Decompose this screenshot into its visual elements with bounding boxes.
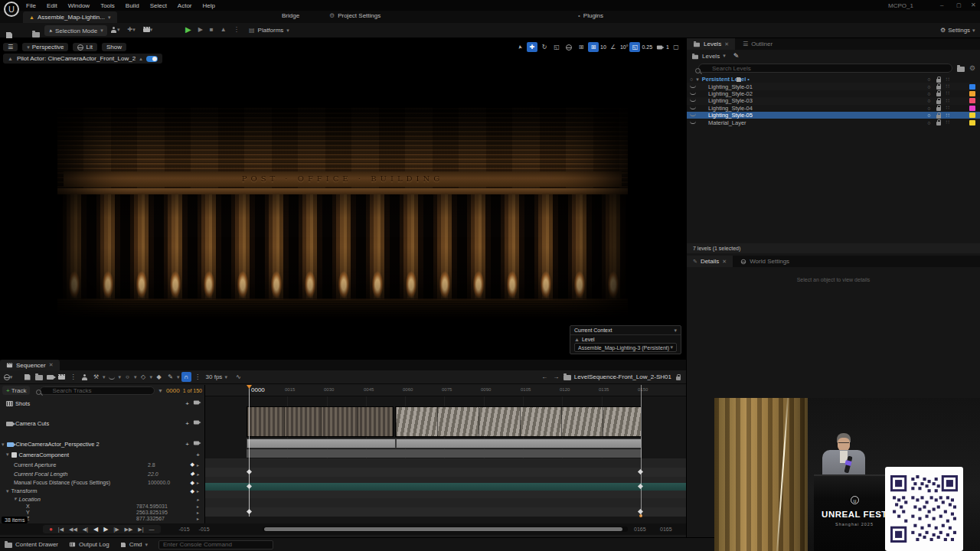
- playhead[interactable]: [249, 385, 250, 517]
- tab-sequencer[interactable]: Sequencer ✕: [0, 360, 60, 370]
- close-icon[interactable]: ✕: [722, 259, 727, 265]
- levels-settings-gear-icon[interactable]: ⚙: [969, 64, 975, 72]
- viewport-menu-icon[interactable]: ☰: [3, 43, 18, 51]
- menu-file[interactable]: File: [26, 2, 36, 9]
- level-color-swatch[interactable]: [969, 120, 975, 126]
- shot-clip-1[interactable]: [247, 406, 394, 437]
- levels-dropdown-button[interactable]: Levels ▾: [691, 53, 726, 60]
- view-options-icon[interactable]: [107, 372, 117, 382]
- level-color-swatch[interactable]: [969, 98, 975, 103]
- menu-actor[interactable]: Actor: [178, 2, 192, 9]
- move-tool-icon[interactable]: ✚: [527, 42, 537, 52]
- content-browser-icon[interactable]: [32, 32, 40, 37]
- camera-speed-value[interactable]: 1: [666, 44, 669, 50]
- grid-snap-value[interactable]: 10: [600, 44, 606, 50]
- close-icon[interactable]: ✕: [724, 41, 729, 47]
- track-manual-focus-distance[interactable]: Manual Focus Distance (Focus Settings)10…: [0, 478, 204, 487]
- cinematics-button[interactable]: ▾: [143, 27, 153, 33]
- render-movie-icon[interactable]: [45, 372, 55, 382]
- lock-icon[interactable]: [936, 79, 941, 83]
- context-level-dropdown[interactable]: Assemble_Map-Lighting-3 (Persistent) ▾: [574, 343, 677, 352]
- nav-back-icon[interactable]: ←: [540, 372, 550, 382]
- edit-mode-icon[interactable]: ✎: [165, 372, 175, 382]
- track-location-z[interactable]: Z877.332567 ▸: [0, 515, 204, 521]
- show-dropdown[interactable]: Show: [102, 43, 126, 51]
- lit-dropdown[interactable]: Lit: [73, 43, 96, 51]
- level-row-persistent[interactable]: ○ ▾ Persistent Level • ○∷: [687, 76, 980, 83]
- keying-options-icon[interactable]: ○: [122, 372, 132, 382]
- add-actor-button[interactable]: ▾: [111, 27, 120, 33]
- level-row[interactable]: Lighting_Style-02 ○∷: [687, 90, 980, 97]
- fps-dropdown[interactable]: 30 fps▾: [206, 373, 227, 380]
- world-space-icon[interactable]: [564, 42, 574, 52]
- tab-levels[interactable]: Levels ✕: [687, 38, 735, 50]
- level-row[interactable]: Lighting_Style-01 ○∷: [687, 83, 980, 90]
- pilot-actor-bar[interactable]: ▲ Pilot Actor: CineCameraActor_Front_Low…: [3, 54, 162, 64]
- add-level-folder-icon[interactable]: [957, 67, 965, 72]
- blueprints-button[interactable]: ✚▾: [128, 26, 136, 33]
- eye-closed-icon[interactable]: [690, 84, 696, 88]
- eye-icon[interactable]: ○: [690, 77, 693, 82]
- prev-keyframe-button[interactable]: ◀◀: [69, 527, 77, 533]
- stop-button[interactable]: ■: [210, 26, 214, 33]
- save-icon[interactable]: [6, 32, 12, 38]
- edit-level-icon[interactable]: ✎: [733, 52, 740, 60]
- snap-magnet-icon[interactable]: ∩: [181, 372, 191, 382]
- to-end-button[interactable]: ▶|: [138, 527, 143, 533]
- project-settings-button[interactable]: ⚙ Project Settings: [329, 12, 381, 19]
- track-shots[interactable]: Shots +: [0, 399, 204, 409]
- plugins-button[interactable]: • Plugins: [578, 12, 603, 19]
- pilot-toggle[interactable]: [146, 56, 158, 62]
- record-button[interactable]: ●: [49, 526, 53, 533]
- level-row[interactable]: Lighting_Style-03 ○∷: [687, 97, 980, 104]
- track-transform[interactable]: ▾Transform ◆▸: [0, 487, 204, 495]
- track-current-focal-length[interactable]: Current Focal Length22.0 ◆▸: [0, 469, 204, 478]
- tab-outliner[interactable]: ☰ Outliner: [737, 38, 779, 50]
- play-options-kebab[interactable]: ⋮: [234, 26, 240, 33]
- track-location-x[interactable]: X7874.595031 ▸: [0, 503, 204, 509]
- select-tool-icon[interactable]: ➤: [514, 41, 525, 53]
- loop-button[interactable]: —: [149, 527, 155, 532]
- camera-lock-icon[interactable]: [673, 372, 683, 382]
- output-log-button[interactable]: Output Log: [69, 541, 109, 548]
- maximize-viewport-icon[interactable]: ▢: [671, 42, 681, 52]
- scale-tool-icon[interactable]: ◱: [551, 42, 562, 52]
- keyframe-row-location[interactable]: [205, 507, 686, 517]
- rotate-tool-icon[interactable]: ↻: [539, 42, 550, 52]
- level-color-swatch[interactable]: [969, 112, 975, 118]
- eject-button[interactable]: ▲: [220, 26, 227, 33]
- working-range-end[interactable]: 0165: [634, 527, 646, 532]
- bridge-button[interactable]: Bridge: [282, 12, 299, 19]
- tab-world-settings[interactable]: World Settings: [734, 256, 795, 267]
- view-range-start[interactable]: -015: [179, 527, 190, 532]
- chevron-down-icon[interactable]: ▾: [674, 328, 677, 334]
- working-range-start[interactable]: -015: [199, 527, 210, 532]
- play-forward-button[interactable]: ▶: [103, 526, 108, 533]
- timeline-ruler[interactable]: 0000 0015 0030 0045 0060 0075 0090 0105 …: [205, 385, 686, 396]
- track-location[interactable]: ▾Location ▸: [0, 495, 204, 503]
- cmd-dropdown[interactable]: Cmd ▾: [120, 541, 148, 548]
- filter-funnel-icon[interactable]: ▼: [158, 388, 163, 393]
- menu-select[interactable]: Select: [150, 2, 167, 9]
- view-range-end[interactable]: 0165: [660, 527, 672, 532]
- track-camera-cuts[interactable]: Camera Cuts +: [0, 419, 204, 429]
- keyframe-row-aperture[interactable]: [205, 468, 686, 477]
- kebab-icon[interactable]: ⋮: [68, 372, 78, 382]
- viewport[interactable]: POST · OFFICE · BUILDING ☰ ▾Perspective …: [0, 38, 686, 360]
- tab-details[interactable]: ✎ Details ✕: [687, 256, 733, 267]
- browse-sequence-icon[interactable]: [34, 372, 44, 382]
- keyframe-row-focus[interactable]: [205, 483, 686, 491]
- settings-button[interactable]: ⚙ Settings ▾: [940, 27, 975, 34]
- save-sequence-icon[interactable]: [22, 372, 32, 382]
- camera-cuts-band[interactable]: [247, 439, 642, 448]
- menu-help[interactable]: Help: [203, 2, 215, 9]
- frame-skip-button[interactable]: ▶: [198, 26, 203, 33]
- sequencer-settings-icon[interactable]: ⚒: [91, 372, 101, 382]
- surface-snap-icon[interactable]: ⊞: [576, 42, 586, 52]
- platforms-button[interactable]: ▤ Platforms ▾: [249, 27, 289, 34]
- track-cinecamera-actor[interactable]: ▾ CineCameraActor_Perspective 2 +: [0, 439, 204, 449]
- add-icon[interactable]: +: [185, 400, 189, 407]
- minimize-button[interactable]: –: [940, 2, 943, 8]
- camera-icon[interactable]: [194, 401, 199, 405]
- sequence-name[interactable]: LevelSequence-Front_Low_2-SH01: [574, 373, 671, 380]
